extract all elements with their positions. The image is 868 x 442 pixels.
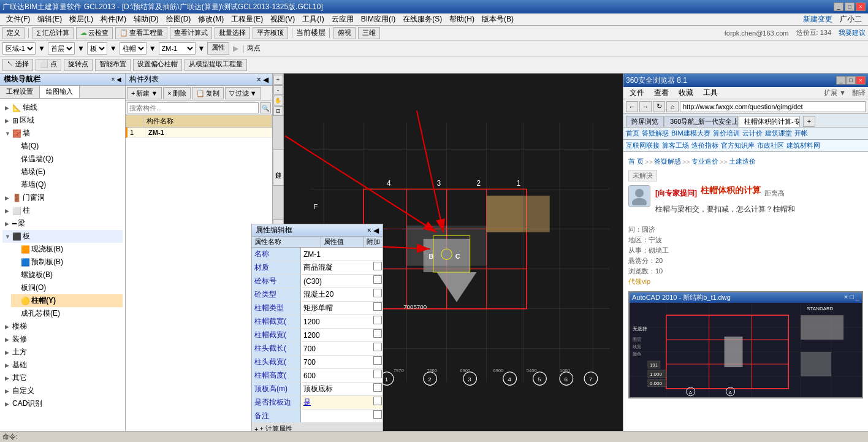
side-pan[interactable]: ✋ (273, 96, 283, 105)
link-internet[interactable]: 互联网联接 (626, 141, 660, 150)
tree-item-beam[interactable]: ▶ ━ 梁 (2, 217, 123, 230)
menu-modify[interactable]: 修改(M) (194, 13, 227, 25)
align-top-button[interactable]: 平齐板顶 (253, 27, 288, 39)
link-muni[interactable]: 市政社区 (757, 141, 784, 150)
browser-menu-file[interactable]: 文件 (626, 87, 648, 99)
comp-row-0[interactable]: 1 ZM-1 (126, 128, 272, 138)
search-input[interactable] (127, 102, 259, 113)
tree-item-custom[interactable]: ▶自定义 (2, 384, 123, 397)
menu-user[interactable]: 广小二 (836, 13, 866, 25)
tree-item-wall[interactable]: ▼ 🧱 墙 (2, 127, 123, 140)
tree-item-curtain-wall[interactable]: 幕墙(Q) (11, 178, 123, 191)
prop-check-headl[interactable] (373, 343, 382, 351)
menu-draw[interactable]: 绘图(D) (162, 13, 195, 25)
menu-cloud[interactable]: 云应用 (328, 13, 357, 25)
define-button[interactable]: 定义 (2, 27, 25, 39)
menu-online[interactable]: 在线服务(S) (399, 13, 446, 25)
forward-button[interactable]: → (639, 101, 652, 112)
tree-item-earthwork[interactable]: ▶土方 (2, 346, 123, 359)
link-algo-shop[interactable]: 算客工场 (662, 141, 689, 150)
prop-check-caph[interactable] (373, 370, 382, 378)
expert-ask-button[interactable]: [向专家提问] (655, 188, 697, 199)
type-select[interactable]: 板 (87, 42, 107, 55)
browser-max[interactable]: □ (846, 76, 856, 85)
browser-content[interactable]: 首 页 >> 答疑解惑 >> 专业造价 >> 土建造价 未解决 (623, 152, 868, 431)
tree-item-wall-pier[interactable]: 墙垛(E) (11, 166, 123, 178)
menu-assist[interactable]: 辅助(D) (130, 13, 162, 25)
browser-menu-fav[interactable]: 收藏 (675, 87, 697, 99)
browser-menu-tools[interactable]: 工具 (699, 87, 721, 99)
prop-check-captype[interactable] (373, 302, 382, 311)
browser-menu-view[interactable]: 查看 (650, 87, 672, 99)
tab-col-cap[interactable]: 柱帽体积的计算-专 (739, 116, 800, 127)
tab-drawing-input[interactable]: 绘图输入 (40, 86, 80, 98)
prop-check-toph[interactable] (373, 383, 382, 392)
tree-item-slab-hole[interactable]: 板洞(O) (11, 281, 123, 294)
tree-item-door-window[interactable]: ▶ 🚪 门窗洞 (2, 191, 123, 204)
delete-comp-button[interactable]: × 删除 (163, 87, 190, 99)
prop-check-capw2[interactable] (373, 329, 382, 338)
menu-version[interactable]: 版本号(B) (478, 13, 517, 25)
set-offset-button[interactable]: 设置偏心柱帽 (133, 59, 182, 71)
prop-check-grade[interactable] (373, 275, 382, 284)
tree-item-decoration[interactable]: ▶装修 (2, 333, 123, 346)
menu-file[interactable]: 文件(F) (2, 13, 34, 25)
menu-component[interactable]: 构件(M) (97, 13, 130, 25)
close-button[interactable]: × (856, 2, 866, 11)
tab-cross-screen[interactable]: 跨屏浏览 (626, 116, 664, 127)
code-select[interactable]: ZM-1 (159, 42, 196, 55)
new-tab-button[interactable]: + (803, 116, 815, 127)
tab-360-nav[interactable]: 360导航_新一代安全上网导航 (664, 116, 738, 127)
browser-min[interactable]: _ (836, 76, 846, 85)
prop-check-capw1[interactable] (373, 316, 382, 324)
3d-view-button[interactable]: 三维 (358, 27, 380, 39)
view-quantity-button[interactable]: 📋 查看工程量 (115, 27, 167, 39)
home-button[interactable]: ⌂ (666, 101, 679, 112)
prop-check-ctype[interactable] (373, 289, 382, 297)
back-button[interactable]: ← (626, 101, 638, 112)
tree-item-spiral-slab[interactable]: 螺旋板(B) (11, 269, 123, 281)
calc-attrs-section[interactable]: + + 计算属性 (252, 423, 383, 431)
prop-check-material[interactable] (373, 262, 382, 270)
link-material[interactable]: 建筑材料网 (786, 141, 820, 150)
tab-project-settings[interactable]: 工程设置 (0, 86, 40, 98)
minimize-button[interactable]: _ (834, 2, 843, 11)
menu-tools[interactable]: 工具(I) (299, 13, 327, 25)
prop-check-headw[interactable] (373, 356, 382, 365)
tree-item-cast-slab[interactable]: 🟧现浇板(B) (11, 243, 123, 256)
tree-item-zone[interactable]: ▶ ⊞ 区域 (2, 114, 123, 127)
link-qa[interactable]: 答疑解惑 (642, 129, 669, 138)
refresh-button[interactable]: ↻ (653, 101, 665, 112)
tree-item-column[interactable]: ▶ ⬜ 柱 (2, 204, 123, 217)
filter-button[interactable]: ▽ 过滤 ▼ (225, 87, 261, 99)
search-button[interactable]: 🔍 (260, 102, 271, 113)
tree-item-axis[interactable]: ▶ 📐 轴线 (2, 101, 123, 114)
bc-qa[interactable]: 答疑解惑 (654, 157, 681, 166)
copy-comp-button[interactable]: 📋 复制 (192, 87, 224, 99)
comp-list-close[interactable]: × ◀ (257, 75, 268, 84)
bc-pricing[interactable]: 专业造价 (691, 157, 718, 166)
view-formula-button[interactable]: 查看计算式 (170, 27, 212, 39)
tree-item-void-core[interactable]: 成孔芯模(E) (11, 307, 123, 320)
bc-construction[interactable]: 土建造价 (729, 157, 756, 166)
floor-select[interactable]: 首层 (48, 42, 75, 55)
link-bim[interactable]: BIM建模大赛 (671, 129, 710, 138)
link-knowledge[interactable]: 官方知识库 (721, 141, 755, 150)
tree-item-stair[interactable]: ▶楼梯 (2, 320, 123, 333)
new-comp-button[interactable]: + 新建 ▼ (127, 87, 162, 99)
cloud-check-button[interactable]: ☁ 云检查 (76, 27, 113, 39)
suggest-button[interactable]: 我要建议 (839, 28, 866, 37)
smart-place-button[interactable]: 智能布置 (95, 59, 131, 71)
calc-sum-button[interactable]: Σ 汇总计算 (32, 27, 74, 39)
select-button[interactable]: ↖ 选择 (2, 59, 33, 71)
prop-button[interactable]: 属性 (207, 42, 229, 55)
nav-panel-close[interactable]: × ◀ (111, 76, 121, 83)
tree-item-cad[interactable]: ▶CAD识别 (2, 397, 123, 410)
prop-check-note[interactable] (373, 410, 382, 419)
prop-check-byslab[interactable] (373, 397, 382, 405)
url-bar[interactable] (680, 101, 866, 112)
tree-item-precast-slab[interactable]: 🟦预制板(B) (11, 256, 123, 269)
extract-qty-button[interactable]: 从模型提取工程量 (185, 59, 247, 71)
maximize-button[interactable]: □ (845, 2, 855, 11)
rotate-point-button[interactable]: 旋转点 (64, 59, 93, 71)
